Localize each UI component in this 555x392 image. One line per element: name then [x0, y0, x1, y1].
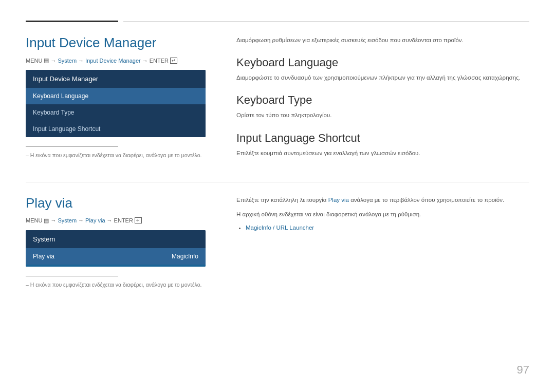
magic-info-link[interactable]: MagicInfo / URL Launcher [246, 225, 314, 231]
play-right-desc: Επιλέξτε την κατάλληλη λειτουργία Play v… [236, 195, 529, 204]
play-arrow3: → [107, 217, 113, 223]
play-right-desc2: Η αρχική οθόνη ενδέχεται να είναι διαφορ… [236, 210, 529, 219]
keyboard-type-title: Keyboard Type [236, 94, 529, 107]
page-container: Input Device Manager MENU ▤ → System → I… [0, 0, 555, 392]
play-menu-header: System [26, 230, 206, 248]
idm-menu-header: Input Device Manager [26, 70, 206, 88]
play-via-link[interactable]: Play via [85, 217, 105, 223]
input-language-shortcut-title: Input Language Shortcut [236, 132, 529, 145]
play-row-value: MagicInfo [164, 248, 206, 265]
keyboard-language-title: Keyboard Language [236, 56, 529, 69]
arrow2: → [78, 58, 84, 64]
menu-item-keyboard-language[interactable]: Keyboard Language [26, 88, 206, 104]
play-menu-icon: ▤ [44, 217, 49, 224]
system-link[interactable]: System [58, 58, 77, 64]
enter-icon: ↵ [170, 58, 177, 64]
play-left-column: Play via MENU ▤ → System → Play via → EN… [26, 195, 221, 288]
idm-breadcrumb: MENU ▤ → System → Input Device Manager →… [26, 57, 206, 64]
play-via-section: Play via MENU ▤ → System → Play via → EN… [26, 195, 529, 288]
top-dividers [26, 21, 529, 22]
play-menu-box: System Play via MagicInfo [26, 230, 206, 267]
play-system-link[interactable]: System [58, 217, 77, 223]
menu-icon: ▤ [44, 57, 49, 64]
play-bullet-list: MagicInfo / URL Launcher [236, 225, 529, 231]
play-row-label: Play via [26, 248, 164, 265]
section-divider [26, 182, 529, 182]
idm-right-column: Διαμόρφωση ρυθμίσεων για εξωτερικές συσκ… [221, 35, 529, 169]
menu-item-keyboard-type[interactable]: Keyboard Type [26, 104, 206, 121]
play-separator [26, 276, 118, 276]
menu-label: MENU [26, 58, 42, 64]
menu-item-input-language-shortcut[interactable]: Input Language Shortcut [26, 121, 206, 137]
arrow3: → [142, 58, 148, 64]
input-language-shortcut-desc: Επιλέξτε κουμπιά συντομεύσεων για εναλλα… [236, 149, 529, 158]
idm-menu-box: Input Device Manager Keyboard Language K… [26, 70, 206, 137]
keyboard-type-desc: Ορίστε τον τύπο του πληκτρολογίου. [236, 111, 529, 120]
play-title: Play via [26, 195, 206, 211]
play-arrow2: → [78, 217, 84, 223]
page-number: 97 [517, 363, 529, 377]
input-device-manager-section: Input Device Manager MENU ▤ → System → I… [26, 35, 529, 169]
keyboard-language-desc: Διαμορφώστε το συνδυασμό των χρησιμοποιο… [236, 73, 529, 82]
play-via-inline-link[interactable]: Play via [328, 197, 349, 203]
play-breadcrumb: MENU ▤ → System → Play via → ENTER ↵ [26, 217, 206, 224]
enter-label: ENTER [150, 58, 169, 64]
play-right-column: Επιλέξτε την κατάλληλη λειτουργία Play v… [221, 195, 529, 288]
play-accent-bar [26, 265, 206, 267]
idm-link[interactable]: Input Device Manager [85, 58, 141, 64]
play-menu-label: MENU [26, 217, 42, 223]
divider-long [123, 21, 529, 22]
play-enter-icon: ↵ [135, 217, 142, 223]
idm-separator [26, 146, 118, 147]
idm-right-desc: Διαμόρφωση ρυθμίσεων για εξωτερικές συσκ… [236, 37, 529, 43]
idm-note: – Η εικόνα που εμφανίζεται ενδέχεται να … [26, 152, 206, 158]
play-enter-label: ENTER [114, 217, 133, 223]
idm-title: Input Device Manager [26, 35, 206, 51]
play-note: – Η εικόνα που εμφανίζεται ενδέχεται να … [26, 282, 206, 288]
play-arrow1: → [50, 217, 56, 223]
play-menu-row[interactable]: Play via MagicInfo [26, 248, 206, 265]
arrow1: → [50, 58, 56, 64]
sections-wrapper: Input Device Manager MENU ▤ → System → I… [26, 35, 529, 377]
divider-short [26, 21, 118, 22]
idm-left-column: Input Device Manager MENU ▤ → System → I… [26, 35, 221, 169]
